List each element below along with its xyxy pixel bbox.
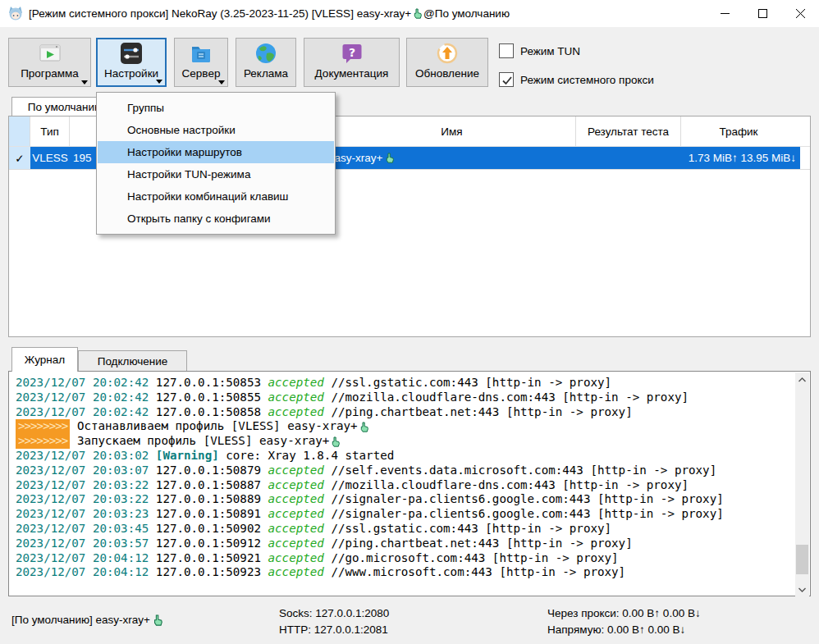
- chevron-down-icon: [156, 80, 162, 84]
- svg-text:?: ?: [348, 46, 355, 59]
- tun-mode-label: Режим TUN: [520, 45, 580, 57]
- scroll-up-button[interactable]: [795, 372, 809, 386]
- tun-mode-checkbox[interactable]: [499, 43, 514, 58]
- settings-menu: Группы Основные настройки Настройки марш…: [96, 92, 336, 235]
- proxy-traffic: Через прокси: 0.00 B↑ 0.00 B↓: [547, 605, 701, 622]
- system-proxy-label: Режим системного прокси: [520, 74, 654, 86]
- system-proxy-checkbox[interactable]: [499, 72, 514, 87]
- title-bar: [Режим системного прокси] NekoRay (3.25-…: [0, 0, 819, 27]
- server-button[interactable]: Сервер: [174, 38, 228, 87]
- ads-label: Реклама: [244, 67, 288, 80]
- socks-address: Socks: 127.0.0.1:2080: [279, 605, 389, 622]
- window-controls: [706, 0, 819, 27]
- update-label: Обновление: [415, 67, 479, 80]
- ads-button[interactable]: Реклама: [236, 38, 296, 87]
- docs-label: Документация: [315, 67, 389, 80]
- server-label: Сервер: [182, 67, 221, 80]
- check-icon: [501, 74, 514, 87]
- log-line: 2023/12/07 20:02:42 127.0.0.1:50853 acce…: [16, 376, 792, 391]
- log-line: 2023/12/07 20:03:45 127.0.0.1:50902 acce…: [16, 522, 792, 537]
- hand-cursor-icon: [413, 8, 422, 19]
- tun-mode-row: Режим TUN: [499, 43, 580, 58]
- http-address: HTTP: 127.0.0.1:2081: [279, 622, 389, 638]
- menu-item-open-config-folder[interactable]: Открыть папку с конфигами: [98, 208, 334, 230]
- update-button[interactable]: Обновление: [406, 38, 488, 87]
- log-output: 2023/12/07 20:02:42 127.0.0.1:50853 acce…: [16, 376, 792, 580]
- log-line: 2023/12/07 20:03:57 127.0.0.1:50912 acce…: [16, 537, 792, 551]
- update-arrow-icon: [435, 41, 460, 66]
- server-folder-icon: [189, 41, 213, 66]
- log-pane: 2023/12/07 20:02:42 127.0.0.1:50853 acce…: [8, 371, 811, 596]
- log-line: 2023/12/07 20:03:02 [Warning] core: Xray…: [16, 449, 792, 464]
- menu-item-hotkey-settings[interactable]: Настройки комбинаций клавиш: [98, 185, 334, 208]
- col-test-result[interactable]: Результат теста: [576, 116, 681, 146]
- close-button[interactable]: [781, 0, 819, 27]
- maximize-button[interactable]: [744, 0, 781, 27]
- active-profile: [По умолчанию] easy-xray+: [11, 614, 162, 626]
- log-line: >>>>>>>> Останавливаем профиль [VLESS] e…: [16, 419, 792, 434]
- log-line: 2023/12/07 20:03:22 127.0.0.1:50887 acce…: [16, 478, 792, 493]
- system-proxy-row: Режим системного прокси: [499, 72, 654, 87]
- scroll-down-button[interactable]: [795, 582, 809, 596]
- tab-log[interactable]: Журнал: [11, 347, 78, 372]
- hand-cursor-icon: [385, 153, 394, 163]
- traffic-stats: Через прокси: 0.00 B↑ 0.00 B↓ Напрямую: …: [547, 605, 701, 638]
- docs-button[interactable]: ? Документация: [304, 38, 400, 87]
- row-test-result: [576, 147, 681, 169]
- row-enabled-mark: ✓: [9, 147, 30, 169]
- log-line: 2023/12/07 20:04:12 127.0.0.1:50921 acce…: [16, 551, 792, 566]
- program-label: Программа: [21, 67, 79, 80]
- maximize-icon: [758, 9, 767, 18]
- log-line: 2023/12/07 20:02:42 127.0.0.1:50858 acce…: [16, 405, 792, 420]
- hand-cursor-icon: [153, 614, 162, 626]
- row-traffic: 1.73 MiB↑ 13.95 MiB↓: [681, 147, 800, 169]
- question-bubble-icon: ?: [340, 41, 364, 66]
- minimize-button[interactable]: [706, 0, 744, 27]
- menu-item-groups[interactable]: Группы: [98, 97, 334, 119]
- menu-item-tun-settings[interactable]: Настройки TUN-режима: [98, 163, 334, 185]
- menu-item-route-settings[interactable]: Настройки маршрутов: [98, 141, 334, 163]
- chevron-down-icon: [798, 587, 806, 592]
- direct-traffic: Напрямую: 0.00 B↑ 0.00 B↓: [547, 622, 701, 638]
- nekoray-window: [Режим системного прокси] NekoRay (3.25-…: [0, 0, 819, 644]
- log-line: 2023/12/07 20:02:42 127.0.0.1:50855 acce…: [16, 391, 792, 405]
- log-line: 2023/12/07 20:03:23 127.0.0.1:50891 acce…: [16, 507, 792, 522]
- close-icon: [796, 9, 805, 18]
- scrollbar-thumb[interactable]: [796, 545, 808, 574]
- listen-addresses: Socks: 127.0.0.1:2080 HTTP: 127.0.0.1:20…: [279, 605, 389, 638]
- program-icon: [38, 41, 62, 66]
- row-type: VLESS: [30, 147, 70, 169]
- col-name[interactable]: Имя: [326, 116, 576, 146]
- log-line: 2023/12/07 20:03:07 127.0.0.1:50879 acce…: [16, 464, 792, 478]
- chevron-up-icon: [798, 377, 806, 382]
- col-enabled[interactable]: [9, 116, 30, 146]
- settings-label: Настройки: [104, 67, 158, 80]
- minimize-icon: [721, 9, 730, 18]
- hand-cursor-icon: [359, 422, 368, 432]
- menu-item-basic-settings[interactable]: Основные настройки: [98, 119, 334, 141]
- log-line: 2023/12/07 20:04:12 127.0.0.1:50923 acce…: [16, 565, 792, 580]
- row-name: easy-xray+: [326, 147, 576, 169]
- status-bar: [По умолчанию] easy-xray+ Socks: 127.0.0…: [0, 599, 819, 644]
- settings-icon: [119, 41, 144, 66]
- tab-connections[interactable]: Подключение: [78, 350, 187, 372]
- program-button[interactable]: Программа: [8, 38, 91, 87]
- chevron-down-icon: [81, 80, 88, 84]
- log-scrollbar[interactable]: [795, 372, 809, 596]
- chevron-down-icon: [218, 80, 225, 84]
- window-title: [Режим системного прокси] NekoRay (3.25-…: [29, 7, 510, 20]
- hand-cursor-icon: [331, 436, 340, 447]
- settings-button[interactable]: Настройки: [96, 38, 167, 87]
- col-traffic[interactable]: Трафик: [681, 116, 800, 146]
- col-type[interactable]: Тип: [30, 116, 70, 146]
- globe-icon: [254, 41, 278, 66]
- log-line: >>>>>>>> Запускаем профиль [VLESS] easy-…: [16, 434, 792, 449]
- app-icon: [7, 6, 24, 21]
- log-line: 2023/12/07 20:03:22 127.0.0.1:50889 acce…: [16, 492, 792, 507]
